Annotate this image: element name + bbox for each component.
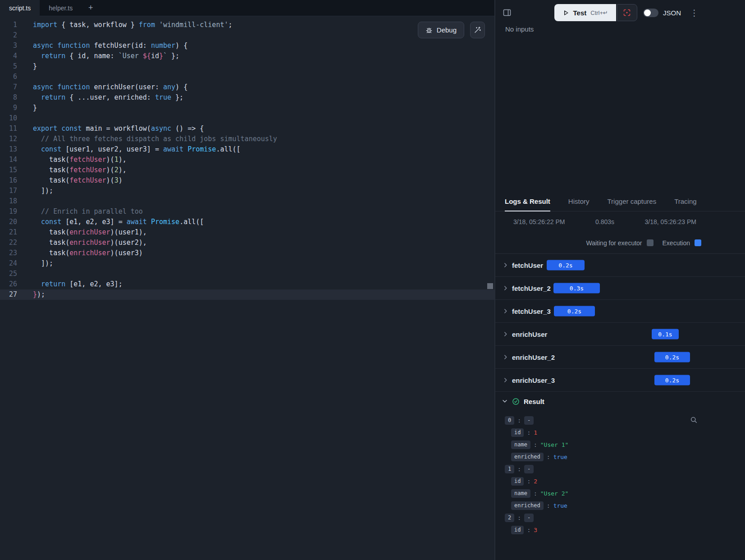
result-key-chip[interactable]: id [511,477,524,485]
tab-trigger-captures[interactable]: Trigger captures [608,192,657,211]
code-line[interactable]: 21 task(enrichUser)(user1), [0,227,494,238]
result-value: "User 1" [540,441,569,448]
panel-toggle-icon [503,8,512,17]
result-key-chip[interactable]: enriched [511,453,544,461]
capture-button[interactable] [617,4,637,21]
chevron-down-icon[interactable] [502,398,508,404]
code-line[interactable]: 18 [0,196,494,207]
editor-tab-helper-ts[interactable]: helper.ts [40,0,82,16]
tab-logs-result[interactable]: Logs & Result [505,192,550,211]
scan-target-icon [623,9,631,17]
line-content: task(enrichUser)(user3) [17,248,143,258]
result-key-chip[interactable]: 0 [505,416,514,424]
code-line[interactable]: 23 task(enrichUser)(user3) [0,248,494,258]
line-content: const [user1, user2, user3] = await Prom… [17,144,241,155]
code-line[interactable]: 13 const [user1, user2, user3] = await P… [0,144,494,155]
job-list: fetchUser0.2sfetchUser_20.3sfetchUser_30… [495,254,745,392]
job-row-enrichuser[interactable]: enrichUser0.1s [495,323,745,346]
tab-tracing[interactable]: Tracing [674,192,696,211]
result-colon: : [517,417,521,424]
line-number: 12 [0,134,17,144]
result-key-chip[interactable]: enriched [511,501,544,510]
code-line[interactable]: 27}); [0,289,494,300]
line-content: return [e1, e2, e3]; [17,279,123,289]
line-content [17,72,33,82]
job-row-fetchuser-2[interactable]: fetchUser_20.3s [495,277,745,300]
code-line[interactable]: 10 [0,113,494,124]
code-line[interactable]: 26 return [e1, e2, e3]; [0,279,494,289]
debug-button[interactable]: Debug [418,22,464,38]
code-line[interactable]: 8 return { ...user, enriched: true }; [0,92,494,103]
chevron-right-icon[interactable] [503,331,509,337]
code-line[interactable]: 17 ]); [0,186,494,196]
chevron-right-icon[interactable] [503,262,509,268]
code-line[interactable]: 11export const main = workflow(async () … [0,124,494,134]
result-key-chip[interactable]: name [511,441,530,449]
code-line[interactable]: 22 task(enrichUser)(user2), [0,238,494,248]
test-button[interactable]: Test Ctrl+↵ [554,4,616,21]
check-circle-icon [512,398,520,405]
job-row-fetchuser-3[interactable]: fetchUser_30.2s [495,300,745,323]
result-row: name:"User 1" [495,439,745,451]
result-key-chip[interactable]: 2 [505,514,514,522]
job-row-enrichuser-2[interactable]: enrichUser_20.2s [495,346,745,369]
code-line[interactable]: 14 task(fetchUser)(1), [0,155,494,165]
line-content: export const main = workflow(async () =>… [17,124,204,134]
job-row-fetchuser[interactable]: fetchUser0.2s [495,254,745,277]
result-header[interactable]: Result [495,392,745,411]
code-line[interactable]: 25 [0,269,494,279]
result-colon: : [517,466,521,473]
result-colon: : [527,478,530,485]
job-row-enrichuser-3[interactable]: enrichUser_30.2s [495,369,745,392]
code-line[interactable]: 19 // Enrich in parallel too [0,207,494,217]
job-name: enrichUser_2 [512,353,555,361]
run-panel: Test Ctrl+↵ [495,0,745,560]
collapse-toggle[interactable]: - [524,465,534,473]
code-line[interactable]: 9} [0,103,494,113]
result-key-chip[interactable]: id [511,526,524,534]
code-editor[interactable]: 1import { task, workflow } from 'windmil… [0,16,494,300]
line-number: 7 [0,82,17,92]
line-number: 19 [0,207,17,217]
search-icon[interactable] [690,416,698,424]
code-line[interactable]: 12 // All three fetches dispatch as chil… [0,134,494,144]
code-line[interactable]: 24 ]); [0,258,494,269]
editor-tab-label: helper.ts [49,5,73,12]
result-value: 2 [534,478,537,485]
result-key-chip[interactable]: name [511,489,530,497]
line-content: ]); [17,258,53,269]
collapse-panel-button[interactable] [502,7,512,18]
no-inputs-label: No inputs [505,25,745,33]
result-key-chip[interactable]: id [511,428,524,436]
legend-item: Execution [663,239,701,247]
result-body: 0:-id:1name:"User 1"enriched:true1:-id:2… [495,411,745,560]
result-row: enriched:true [495,500,745,512]
legend-label: Execution [663,239,690,247]
run-meta-row: 3/18, 05:26:22 PM 0.803s 3/18, 05:26:23 … [495,211,745,232]
chevron-right-icon[interactable] [503,308,509,314]
code-line[interactable]: 4 return { id, name: `User ${id}` }; [0,51,494,61]
new-tab-button[interactable]: + [82,0,100,16]
code-line[interactable]: 5} [0,61,494,72]
test-button-group: Test Ctrl+↵ [554,4,637,21]
tab-history[interactable]: History [568,192,590,211]
code-line[interactable]: 16 task(fetchUser)(3) [0,175,494,186]
code-line[interactable]: 20 const [e1, e2, e3] = await Promise.al… [0,217,494,227]
editor-tab-script-ts[interactable]: script.ts [0,0,40,16]
collapse-toggle[interactable]: - [524,416,534,424]
chevron-right-icon[interactable] [503,285,509,291]
collapse-toggle[interactable]: - [524,514,534,522]
chevron-right-icon[interactable] [503,377,509,383]
code-lines: 1import { task, workflow } from 'windmil… [0,20,494,300]
result-row: 2:- [495,512,745,524]
json-toggle[interactable] [643,9,658,17]
result-key-chip[interactable]: 1 [505,465,514,473]
code-line[interactable]: 15 task(fetchUser)(2), [0,165,494,175]
ai-assist-button[interactable] [470,22,485,38]
code-line[interactable]: 6 [0,72,494,82]
code-line[interactable]: 7async function enrichUser(user: any) { [0,82,494,92]
chevron-right-icon[interactable] [503,354,509,360]
line-number: 16 [0,175,17,186]
code-line[interactable]: 3async function fetchUser(id: number) { [0,41,494,51]
kebab-menu-icon[interactable]: ⋮ [690,9,699,17]
